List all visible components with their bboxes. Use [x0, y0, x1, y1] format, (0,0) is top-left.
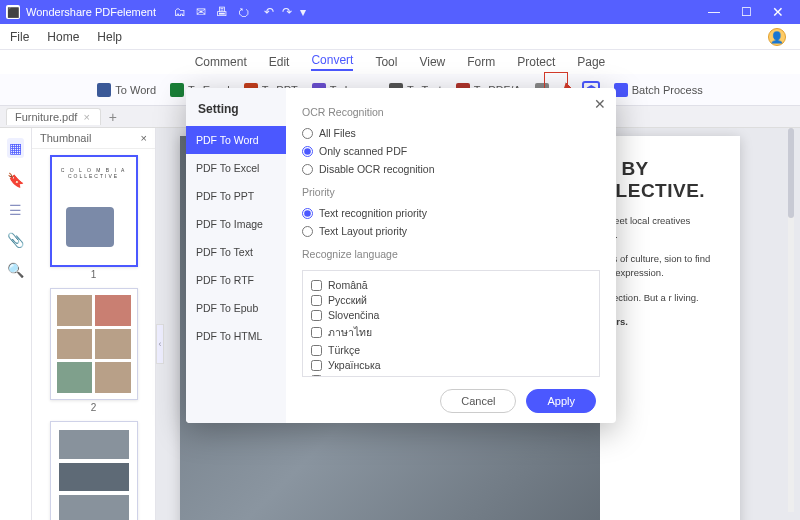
title-bar: ⬛ Wondershare PDFelement 🗂 ✉ 🖶 ⭮ ↶ ↷ ▾ ―…	[0, 0, 800, 24]
modal-sidebar: Setting PDF To Word PDF To Excel PDF To …	[186, 88, 286, 423]
modal-buttons: Cancel Apply	[302, 377, 600, 413]
excel-icon	[170, 83, 184, 97]
side-pdf-to-rtf[interactable]: PDF To RTF	[186, 266, 286, 294]
priority-section-label: Priority	[302, 186, 600, 198]
app-title: Wondershare PDFelement	[26, 6, 156, 18]
apply-button[interactable]: Apply	[526, 389, 596, 413]
side-pdf-to-image[interactable]: PDF To Image	[186, 210, 286, 238]
close-tab-icon[interactable]: ×	[83, 111, 89, 123]
tab-form[interactable]: Form	[467, 55, 495, 69]
ocr-disable-radio[interactable]: Disable OCR recognition	[302, 163, 600, 175]
tab-protect[interactable]: Protect	[517, 55, 555, 69]
quick-access: 🗂 ✉ 🖶 ⭮	[174, 5, 250, 19]
side-pdf-to-text[interactable]: PDF To Text	[186, 238, 286, 266]
cancel-button[interactable]: Cancel	[440, 389, 516, 413]
comments-icon[interactable]: ☰	[9, 202, 22, 218]
main-menu-tabs: Comment Edit Convert Tool View Form Prot…	[0, 50, 800, 74]
doc-tab-furniture[interactable]: Furniture.pdf ×	[6, 108, 101, 125]
priority-layout-radio[interactable]: Text Layout priority	[302, 225, 600, 237]
convert-settings-modal: Setting PDF To Word PDF To Excel PDF To …	[186, 88, 616, 423]
collapse-handle-icon[interactable]: ‹	[156, 324, 164, 364]
file-menu-bar: File Home Help 👤	[0, 24, 800, 50]
tab-page[interactable]: Page	[577, 55, 605, 69]
lang-check[interactable]: Română	[311, 279, 591, 291]
app-logo-icon: ⬛	[6, 5, 20, 19]
scrollbar-thumb[interactable]	[788, 128, 794, 218]
lang-check[interactable]: Türkçe	[311, 344, 591, 356]
thumbnail-page-2[interactable]: 2	[50, 288, 138, 413]
menu-help[interactable]: Help	[97, 30, 122, 44]
side-pdf-to-word[interactable]: PDF To Word	[186, 126, 286, 154]
print-icon[interactable]: 🖶	[216, 5, 228, 19]
close-window-button[interactable]: ✕	[762, 4, 794, 20]
menu-home[interactable]: Home	[47, 30, 79, 44]
thumbnail-panel: Thumbnail × C O L O M B I ACOLLECTIVE 1 …	[32, 128, 156, 520]
new-tab-button[interactable]: +	[109, 109, 117, 125]
to-word-button[interactable]: To Word	[97, 83, 156, 97]
thumbnail-list: C O L O M B I ACOLLECTIVE 1 2 3 4	[32, 149, 155, 520]
language-section-label: Recognize language	[302, 248, 600, 260]
lang-check[interactable]: ภาษาไทย	[311, 324, 591, 341]
lang-check[interactable]: Slovenčina	[311, 309, 591, 321]
lang-check[interactable]: Українська	[311, 359, 591, 371]
close-panel-icon[interactable]: ×	[141, 132, 147, 144]
user-avatar-icon[interactable]: 👤	[768, 28, 786, 46]
thumbnail-page-3[interactable]: 3	[50, 421, 138, 520]
doc-tab-label: Furniture.pdf	[15, 111, 77, 123]
word-icon	[97, 83, 111, 97]
thumbnails-icon[interactable]: ▦	[7, 138, 24, 158]
side-pdf-to-ppt[interactable]: PDF To PPT	[186, 182, 286, 210]
maximize-button[interactable]: ☐	[730, 5, 762, 19]
search-icon[interactable]: 🔍	[7, 262, 24, 278]
tab-tool[interactable]: Tool	[375, 55, 397, 69]
menu-file[interactable]: File	[10, 30, 29, 44]
attachments-icon[interactable]: 📎	[7, 232, 24, 248]
left-tool-strip: ▦ 🔖 ☰ 📎 🔍	[0, 128, 32, 520]
batch-process-button[interactable]: Batch Process	[614, 83, 703, 97]
lang-check[interactable]: Nederlands	[311, 374, 591, 377]
ocr-section-label: OCR Recognition	[302, 106, 600, 118]
language-list[interactable]: Română Русский Slovenčina ภาษาไทย Türkçe…	[302, 270, 600, 377]
side-pdf-to-html[interactable]: PDF To HTML	[186, 322, 286, 350]
bookmarks-icon[interactable]: 🔖	[7, 172, 24, 188]
side-pdf-to-excel[interactable]: PDF To Excel	[186, 154, 286, 182]
redo-icon[interactable]: ↷	[282, 5, 292, 19]
thumbnail-page-1[interactable]: C O L O M B I ACOLLECTIVE 1	[50, 155, 138, 280]
undo-redo: ↶ ↷ ▾	[264, 5, 306, 19]
modal-body: ✕ OCR Recognition All Files Only scanned…	[286, 88, 616, 423]
share-icon[interactable]: ⭮	[238, 5, 250, 19]
tab-edit[interactable]: Edit	[269, 55, 290, 69]
dropdown-icon[interactable]: ▾	[300, 5, 306, 19]
ocr-all-radio[interactable]: All Files	[302, 127, 600, 139]
vertical-scrollbar[interactable]	[788, 128, 794, 512]
open-icon[interactable]: 🗂	[174, 5, 186, 19]
side-pdf-to-epub[interactable]: PDF To Epub	[186, 294, 286, 322]
tab-comment[interactable]: Comment	[195, 55, 247, 69]
ocr-scanned-radio[interactable]: Only scanned PDF	[302, 145, 600, 157]
modal-title: Setting	[186, 98, 286, 126]
thumbnail-title: Thumbnail	[40, 132, 91, 144]
save-icon[interactable]: ✉	[196, 5, 206, 19]
tab-view[interactable]: View	[419, 55, 445, 69]
priority-recognition-radio[interactable]: Text recognition priority	[302, 207, 600, 219]
lang-check[interactable]: Русский	[311, 294, 591, 306]
tab-convert[interactable]: Convert	[311, 53, 353, 71]
modal-close-icon[interactable]: ✕	[594, 96, 606, 112]
undo-icon[interactable]: ↶	[264, 5, 274, 19]
minimize-button[interactable]: ―	[698, 5, 730, 19]
